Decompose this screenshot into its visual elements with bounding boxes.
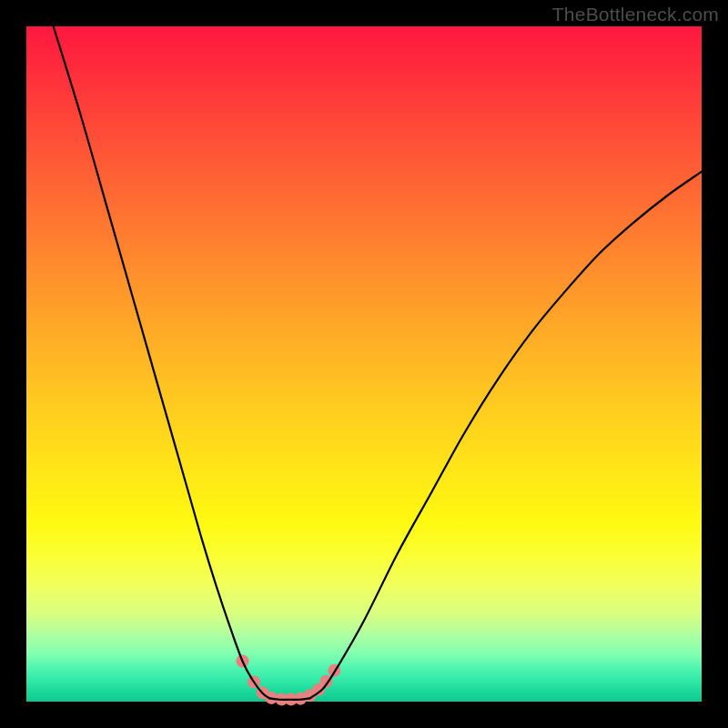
watermark-label: TheBottleneck.com [552,4,719,25]
chart-frame: TheBottleneck.com [0,0,728,728]
plot-gradient-background [26,26,702,702]
